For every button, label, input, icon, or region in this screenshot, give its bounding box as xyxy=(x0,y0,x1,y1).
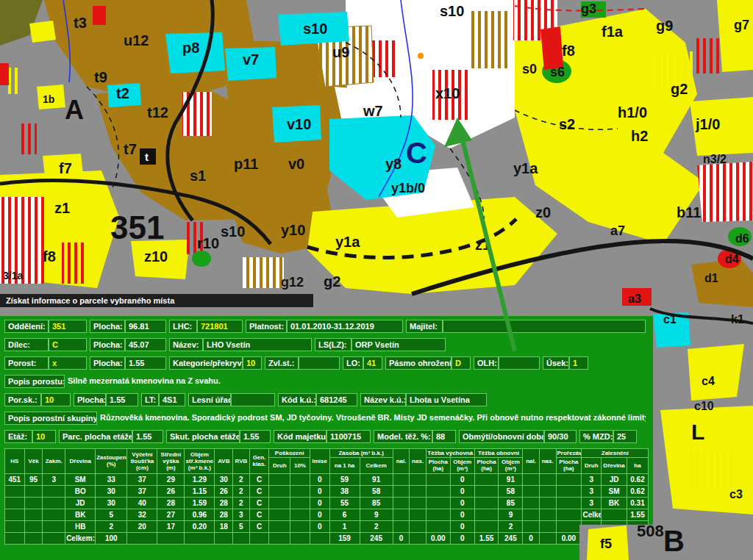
map-label-t: t xyxy=(145,151,149,163)
map-label-y1a: y1a xyxy=(513,160,538,176)
info-label: OLH: xyxy=(474,356,499,370)
col-header: Imise xyxy=(310,449,329,474)
info-value xyxy=(499,356,540,370)
map-label-p11: p11 xyxy=(234,156,258,172)
table-cell: 2 xyxy=(233,485,250,497)
col-subheader: Druh xyxy=(269,458,290,473)
table-cell: 3 xyxy=(582,473,602,485)
info-value: 721801 xyxy=(197,320,243,333)
table-cell: 38 xyxy=(329,485,360,497)
col-subheader: Objem (m³) xyxy=(499,458,523,473)
col-header: Zalesnění xyxy=(582,449,649,458)
map-label-t9: t9 xyxy=(94,69,107,85)
col-header: Zásoba (m³ b.k.) xyxy=(329,449,393,458)
table-cell: 37 xyxy=(127,473,157,485)
info-panel-body: Oddělení:351Plocha:96.81LHC:721801Platno… xyxy=(0,316,653,560)
map-label-g7: g7 xyxy=(734,18,749,32)
table-cell xyxy=(393,485,410,497)
table-cell: 5 xyxy=(233,520,250,532)
table-cell: 58 xyxy=(360,485,393,497)
table-cell: 3 xyxy=(582,497,602,509)
table-cell xyxy=(426,485,450,497)
map-label-s2: s2 xyxy=(559,116,575,132)
map-label-w7: w7 xyxy=(363,103,383,119)
info-label: LT: xyxy=(141,393,159,406)
app-screen: t3u12p8v7s10u9s10g3g9f1af8g7s0s6g2t9t21b… xyxy=(0,0,753,560)
map-label-j1/0: j1/0 xyxy=(695,116,720,132)
info-value: 88 xyxy=(432,430,456,443)
table-cell xyxy=(269,473,290,485)
map-label-z10: z10 xyxy=(144,248,168,265)
table-cell xyxy=(5,497,25,509)
info-row: Oddělení:351Plocha:96.81LHC:721801Platno… xyxy=(4,320,649,333)
table-cell xyxy=(582,520,602,532)
map-label-f1a: f1a xyxy=(602,24,624,40)
table-cell: 0 xyxy=(310,520,329,532)
info-label: Popis porostní skupiny: xyxy=(4,412,97,425)
table-cell xyxy=(393,509,410,520)
table-cell xyxy=(157,532,185,544)
table-cell: 55 xyxy=(329,497,360,509)
map-label-s0: s0 xyxy=(522,62,537,76)
map-label-t7: t7 xyxy=(124,141,137,157)
info-value: LHO Vsetín xyxy=(203,338,312,351)
map-label-t3: t3 xyxy=(74,15,87,31)
col-subheader: Dřevina xyxy=(602,458,627,473)
table-cell xyxy=(43,509,65,520)
table-cell xyxy=(269,509,290,520)
table-cell xyxy=(290,520,310,532)
map-label-s6: s6 xyxy=(550,65,565,79)
table-cell xyxy=(426,509,450,520)
map-label-s10: s10 xyxy=(440,3,464,19)
info-label: Platnost: xyxy=(246,320,287,333)
info-label: LO: xyxy=(343,356,363,370)
table-cell: 85 xyxy=(499,497,523,509)
info-value: 351 xyxy=(49,320,87,333)
map-label-x10: x10 xyxy=(435,85,460,101)
info-value: 1 xyxy=(569,356,588,370)
table-cell xyxy=(426,520,450,532)
table-cell: 2 xyxy=(233,497,250,509)
map-label-u9: u9 xyxy=(332,44,349,60)
table-cell xyxy=(474,520,499,532)
table-row: JD3040281.59282C055850853BK0.31 xyxy=(5,497,649,509)
map-label-p8: p8 xyxy=(182,40,199,56)
table-cell xyxy=(24,509,43,520)
col-subheader: Plocha (ha) xyxy=(474,458,499,473)
info-value: 681245 xyxy=(316,393,357,406)
table-cell: Celkem: xyxy=(582,509,602,520)
table-cell xyxy=(474,509,499,520)
info-label: Název k.ú.: xyxy=(360,393,406,406)
table-cell xyxy=(24,532,43,544)
map-label-h2: h2 xyxy=(631,128,648,144)
col-header: nal. xyxy=(393,449,410,474)
table-cell xyxy=(556,520,582,532)
table-cell: 1.29 xyxy=(185,473,215,485)
map-label-3/1a: 3/1a xyxy=(3,270,23,281)
info-value: 1.55 xyxy=(132,430,163,443)
table-cell xyxy=(233,532,250,544)
table-cell xyxy=(474,473,499,485)
table-row: BO3037261.15262C038580583SM0.62 xyxy=(5,485,649,497)
table-cell xyxy=(523,509,540,520)
table-cell xyxy=(24,520,43,532)
table-cell: 0 xyxy=(393,532,410,544)
map-label-g2: g2 xyxy=(671,81,688,97)
info-value: Různověká kmenovina. Sporadický podrost … xyxy=(97,412,646,425)
table-cell: 59 xyxy=(329,473,360,485)
table-cell xyxy=(393,473,410,485)
table-cell xyxy=(185,532,215,544)
table-cell: 0.00 xyxy=(426,532,450,544)
table-cell: 37 xyxy=(127,485,157,497)
panel-title: Získat informace o parcele vybraného mís… xyxy=(0,294,313,307)
info-label: Skut. plocha etáže: xyxy=(166,430,240,443)
map-label-d6: d6 xyxy=(735,232,749,245)
table-cell xyxy=(24,497,43,509)
map-label-1b: 1b xyxy=(43,93,54,105)
info-label: Plocha: xyxy=(74,393,106,406)
table-row: Celkem:10015924500.0001.5524500.00 xyxy=(5,532,649,544)
map-label-B: B xyxy=(663,525,685,557)
table-cell: 0.62 xyxy=(627,485,649,497)
table-cell: 0 xyxy=(310,497,329,509)
col-header: Zastoupení (%) xyxy=(96,449,127,474)
